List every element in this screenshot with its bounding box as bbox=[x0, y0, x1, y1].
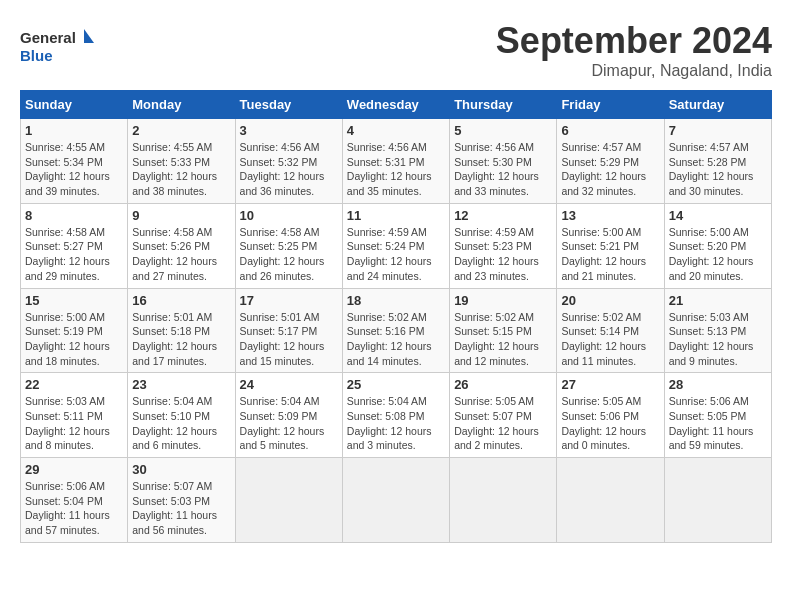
day-of-week-header: Friday bbox=[557, 91, 664, 119]
day-info: Sunrise: 4:55 AM Sunset: 5:33 PM Dayligh… bbox=[132, 140, 230, 199]
day-number: 9 bbox=[132, 208, 230, 223]
day-number: 29 bbox=[25, 462, 123, 477]
calendar-cell: 14 Sunrise: 5:00 AM Sunset: 5:20 PM Dayl… bbox=[664, 203, 771, 288]
day-info: Sunrise: 5:01 AM Sunset: 5:17 PM Dayligh… bbox=[240, 310, 338, 369]
svg-text:General: General bbox=[20, 29, 76, 46]
day-number: 3 bbox=[240, 123, 338, 138]
calendar-body: 1 Sunrise: 4:55 AM Sunset: 5:34 PM Dayli… bbox=[21, 119, 772, 543]
day-number: 22 bbox=[25, 377, 123, 392]
day-info: Sunrise: 5:02 AM Sunset: 5:16 PM Dayligh… bbox=[347, 310, 445, 369]
day-info: Sunrise: 4:58 AM Sunset: 5:25 PM Dayligh… bbox=[240, 225, 338, 284]
calendar-cell: 2 Sunrise: 4:55 AM Sunset: 5:33 PM Dayli… bbox=[128, 119, 235, 204]
calendar-week-row: 15 Sunrise: 5:00 AM Sunset: 5:19 PM Dayl… bbox=[21, 288, 772, 373]
day-info: Sunrise: 4:58 AM Sunset: 5:26 PM Dayligh… bbox=[132, 225, 230, 284]
day-number: 12 bbox=[454, 208, 552, 223]
day-number: 20 bbox=[561, 293, 659, 308]
day-info: Sunrise: 4:58 AM Sunset: 5:27 PM Dayligh… bbox=[25, 225, 123, 284]
logo-svg: General Blue bbox=[20, 25, 100, 70]
calendar-cell bbox=[664, 458, 771, 543]
day-number: 30 bbox=[132, 462, 230, 477]
calendar-cell: 1 Sunrise: 4:55 AM Sunset: 5:34 PM Dayli… bbox=[21, 119, 128, 204]
calendar-cell: 15 Sunrise: 5:00 AM Sunset: 5:19 PM Dayl… bbox=[21, 288, 128, 373]
calendar-cell bbox=[235, 458, 342, 543]
calendar-cell: 19 Sunrise: 5:02 AM Sunset: 5:15 PM Dayl… bbox=[450, 288, 557, 373]
day-number: 18 bbox=[347, 293, 445, 308]
day-number: 23 bbox=[132, 377, 230, 392]
day-info: Sunrise: 5:04 AM Sunset: 5:08 PM Dayligh… bbox=[347, 394, 445, 453]
calendar-cell: 6 Sunrise: 4:57 AM Sunset: 5:29 PM Dayli… bbox=[557, 119, 664, 204]
day-info: Sunrise: 5:00 AM Sunset: 5:21 PM Dayligh… bbox=[561, 225, 659, 284]
day-number: 2 bbox=[132, 123, 230, 138]
day-number: 19 bbox=[454, 293, 552, 308]
day-of-week-header: Saturday bbox=[664, 91, 771, 119]
calendar-cell bbox=[342, 458, 449, 543]
day-info: Sunrise: 4:57 AM Sunset: 5:29 PM Dayligh… bbox=[561, 140, 659, 199]
calendar-cell: 12 Sunrise: 4:59 AM Sunset: 5:23 PM Dayl… bbox=[450, 203, 557, 288]
day-info: Sunrise: 4:59 AM Sunset: 5:23 PM Dayligh… bbox=[454, 225, 552, 284]
day-number: 8 bbox=[25, 208, 123, 223]
day-info: Sunrise: 5:06 AM Sunset: 5:04 PM Dayligh… bbox=[25, 479, 123, 538]
day-number: 14 bbox=[669, 208, 767, 223]
day-number: 24 bbox=[240, 377, 338, 392]
day-number: 10 bbox=[240, 208, 338, 223]
day-of-week-header: Sunday bbox=[21, 91, 128, 119]
calendar-table: SundayMondayTuesdayWednesdayThursdayFrid… bbox=[20, 90, 772, 543]
day-number: 26 bbox=[454, 377, 552, 392]
day-number: 25 bbox=[347, 377, 445, 392]
calendar-cell: 16 Sunrise: 5:01 AM Sunset: 5:18 PM Dayl… bbox=[128, 288, 235, 373]
day-of-week-header: Monday bbox=[128, 91, 235, 119]
day-number: 5 bbox=[454, 123, 552, 138]
svg-text:Blue: Blue bbox=[20, 47, 53, 64]
calendar-cell: 27 Sunrise: 5:05 AM Sunset: 5:06 PM Dayl… bbox=[557, 373, 664, 458]
title-block: September 2024 Dimapur, Nagaland, India bbox=[496, 20, 772, 80]
day-info: Sunrise: 4:56 AM Sunset: 5:32 PM Dayligh… bbox=[240, 140, 338, 199]
calendar-week-row: 29 Sunrise: 5:06 AM Sunset: 5:04 PM Dayl… bbox=[21, 458, 772, 543]
day-info: Sunrise: 5:01 AM Sunset: 5:18 PM Dayligh… bbox=[132, 310, 230, 369]
day-info: Sunrise: 5:03 AM Sunset: 5:13 PM Dayligh… bbox=[669, 310, 767, 369]
calendar-cell: 28 Sunrise: 5:06 AM Sunset: 5:05 PM Dayl… bbox=[664, 373, 771, 458]
calendar-cell bbox=[557, 458, 664, 543]
day-number: 17 bbox=[240, 293, 338, 308]
calendar-cell: 25 Sunrise: 5:04 AM Sunset: 5:08 PM Dayl… bbox=[342, 373, 449, 458]
calendar-cell: 29 Sunrise: 5:06 AM Sunset: 5:04 PM Dayl… bbox=[21, 458, 128, 543]
calendar-cell: 26 Sunrise: 5:05 AM Sunset: 5:07 PM Dayl… bbox=[450, 373, 557, 458]
day-number: 15 bbox=[25, 293, 123, 308]
calendar-week-row: 1 Sunrise: 4:55 AM Sunset: 5:34 PM Dayli… bbox=[21, 119, 772, 204]
day-info: Sunrise: 5:07 AM Sunset: 5:03 PM Dayligh… bbox=[132, 479, 230, 538]
logo: General Blue bbox=[20, 25, 100, 70]
calendar-cell: 10 Sunrise: 4:58 AM Sunset: 5:25 PM Dayl… bbox=[235, 203, 342, 288]
day-info: Sunrise: 5:04 AM Sunset: 5:10 PM Dayligh… bbox=[132, 394, 230, 453]
day-number: 27 bbox=[561, 377, 659, 392]
calendar-week-row: 22 Sunrise: 5:03 AM Sunset: 5:11 PM Dayl… bbox=[21, 373, 772, 458]
day-info: Sunrise: 5:00 AM Sunset: 5:20 PM Dayligh… bbox=[669, 225, 767, 284]
location-subtitle: Dimapur, Nagaland, India bbox=[496, 62, 772, 80]
calendar-cell: 4 Sunrise: 4:56 AM Sunset: 5:31 PM Dayli… bbox=[342, 119, 449, 204]
day-info: Sunrise: 5:02 AM Sunset: 5:15 PM Dayligh… bbox=[454, 310, 552, 369]
day-info: Sunrise: 5:00 AM Sunset: 5:19 PM Dayligh… bbox=[25, 310, 123, 369]
day-number: 7 bbox=[669, 123, 767, 138]
calendar-cell: 21 Sunrise: 5:03 AM Sunset: 5:13 PM Dayl… bbox=[664, 288, 771, 373]
calendar-cell: 18 Sunrise: 5:02 AM Sunset: 5:16 PM Dayl… bbox=[342, 288, 449, 373]
month-title: September 2024 bbox=[496, 20, 772, 62]
calendar-cell: 23 Sunrise: 5:04 AM Sunset: 5:10 PM Dayl… bbox=[128, 373, 235, 458]
calendar-cell: 20 Sunrise: 5:02 AM Sunset: 5:14 PM Dayl… bbox=[557, 288, 664, 373]
calendar-cell: 8 Sunrise: 4:58 AM Sunset: 5:27 PM Dayli… bbox=[21, 203, 128, 288]
day-info: Sunrise: 5:05 AM Sunset: 5:07 PM Dayligh… bbox=[454, 394, 552, 453]
calendar-cell: 5 Sunrise: 4:56 AM Sunset: 5:30 PM Dayli… bbox=[450, 119, 557, 204]
day-info: Sunrise: 4:57 AM Sunset: 5:28 PM Dayligh… bbox=[669, 140, 767, 199]
calendar-week-row: 8 Sunrise: 4:58 AM Sunset: 5:27 PM Dayli… bbox=[21, 203, 772, 288]
calendar-cell: 22 Sunrise: 5:03 AM Sunset: 5:11 PM Dayl… bbox=[21, 373, 128, 458]
day-number: 11 bbox=[347, 208, 445, 223]
day-info: Sunrise: 5:02 AM Sunset: 5:14 PM Dayligh… bbox=[561, 310, 659, 369]
day-info: Sunrise: 4:56 AM Sunset: 5:31 PM Dayligh… bbox=[347, 140, 445, 199]
calendar-cell: 11 Sunrise: 4:59 AM Sunset: 5:24 PM Dayl… bbox=[342, 203, 449, 288]
calendar-cell: 3 Sunrise: 4:56 AM Sunset: 5:32 PM Dayli… bbox=[235, 119, 342, 204]
day-info: Sunrise: 5:04 AM Sunset: 5:09 PM Dayligh… bbox=[240, 394, 338, 453]
day-of-week-header: Tuesday bbox=[235, 91, 342, 119]
day-number: 4 bbox=[347, 123, 445, 138]
day-number: 16 bbox=[132, 293, 230, 308]
calendar-cell: 9 Sunrise: 4:58 AM Sunset: 5:26 PM Dayli… bbox=[128, 203, 235, 288]
day-number: 21 bbox=[669, 293, 767, 308]
calendar-header-row: SundayMondayTuesdayWednesdayThursdayFrid… bbox=[21, 91, 772, 119]
day-info: Sunrise: 5:05 AM Sunset: 5:06 PM Dayligh… bbox=[561, 394, 659, 453]
